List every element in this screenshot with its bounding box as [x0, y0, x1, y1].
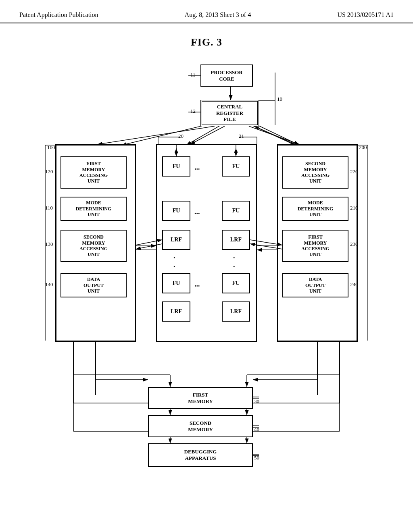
fu-bot-right: FU: [222, 273, 250, 293]
debugging-apparatus-box: DEBUGGING APPARATUS: [148, 443, 253, 467]
label-20: 20: [178, 133, 184, 139]
label-11: 11: [190, 72, 196, 78]
second-memory-accessing-unit-left: SECOND MEMORY ACCESSING UNIT: [60, 230, 127, 262]
lrf-mid-right: LRF: [222, 230, 250, 250]
label-110: 110: [45, 205, 53, 211]
diagram: PROCESSOR CORE 11 CENTRAL REGISTER FILE …: [33, 52, 380, 496]
lrf-mid-left: LRF: [162, 230, 190, 250]
fu-top-left: FU: [162, 156, 190, 177]
label-50: 50: [254, 455, 259, 461]
header-right: US 2013/0205171 A1: [337, 11, 394, 19]
svg-line-50: [98, 126, 215, 144]
svg-line-4: [186, 123, 225, 145]
fu-top-right: FU: [222, 156, 250, 177]
svg-line-3: [122, 123, 215, 145]
dots-mid: ...: [194, 208, 200, 216]
first-memory-accessing-unit-right: FIRST MEMORY ACCESSING UNIT: [282, 230, 348, 262]
data-output-unit-right: DATA OUTPUT UNIT: [282, 273, 348, 297]
label-130: 130: [45, 241, 53, 247]
lrf-bot-right: LRF: [222, 301, 250, 322]
figure-title: FIG. 3: [0, 36, 413, 48]
label-30: 30: [254, 398, 259, 405]
label-100: 100: [47, 144, 55, 151]
label-240: 240: [350, 281, 358, 288]
page-header: Patent Application Publication Aug. 8, 2…: [0, 0, 413, 23]
label-120: 120: [45, 168, 53, 175]
svg-line-53: [254, 126, 295, 144]
svg-line-51: [190, 126, 225, 144]
header-left: Patent Application Publication: [19, 11, 98, 19]
label-140: 140: [45, 281, 53, 288]
label-220: 220: [350, 168, 358, 175]
central-register-file-box: CENTRAL REGISTER FILE: [200, 100, 259, 126]
data-output-unit-left: DATA OUTPUT UNIT: [60, 273, 127, 297]
svg-line-52: [249, 126, 299, 144]
dots-top: ...: [194, 163, 200, 172]
fu-bot-left: FU: [162, 273, 190, 293]
label-12: 12: [190, 108, 196, 114]
second-memory-box: SECOND MEMORY: [148, 415, 253, 437]
lrf-bot-left: LRF: [162, 301, 190, 322]
label-230: 230: [350, 241, 358, 247]
fu-mid-right: FU: [222, 201, 250, 221]
first-memory-box: FIRST MEMORY: [148, 387, 253, 409]
label-210: 210: [350, 205, 358, 211]
label-200: 200: [359, 144, 367, 151]
fu-mid-left: FU: [162, 201, 190, 221]
mode-determining-unit-left: MODE DETERMINING UNIT: [60, 197, 127, 221]
header-center: Aug. 8, 2013 Sheet 3 of 4: [185, 11, 251, 19]
label-40: 40: [254, 426, 259, 433]
second-memory-accessing-unit-right: SECOND MEMORY ACCESSING UNIT: [282, 156, 348, 189]
svg-line-5: [247, 123, 295, 145]
dots-bot: ...: [194, 280, 200, 289]
svg-line-6: [253, 123, 299, 145]
processor-core-box: PROCESSOR CORE: [200, 64, 253, 87]
mode-determining-unit-right: MODE DETERMINING UNIT: [282, 197, 348, 221]
first-memory-accessing-unit-left: FIRST MEMORY ACCESSING UNIT: [60, 156, 127, 189]
label-10: 10: [277, 96, 282, 102]
label-21: 21: [239, 133, 244, 139]
